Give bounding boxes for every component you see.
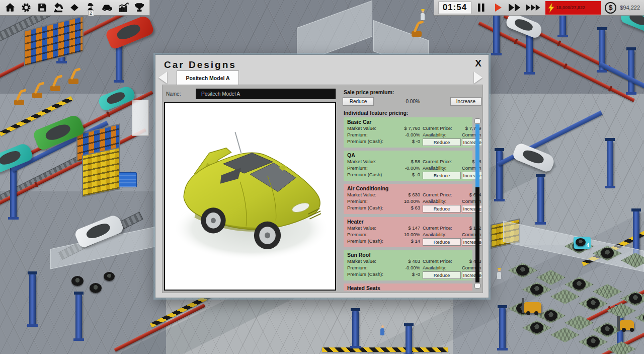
scroll-track-filled[interactable]: [475, 124, 479, 187]
play-button[interactable]: [492, 2, 505, 14]
car-preview: [164, 102, 336, 291]
design-name-input[interactable]: [196, 89, 336, 99]
market-value: $ 7,760: [394, 125, 422, 132]
worker: [497, 272, 501, 279]
market-value: $ 58: [394, 159, 422, 165]
glass-panel: [132, 100, 149, 136]
feature-card-basic-car: Basic Car Market Value:$ 7,760 Current P…: [344, 117, 472, 148]
scroll-track-empty[interactable]: [475, 187, 479, 282]
robot-arm: [412, 31, 422, 37]
tire: [104, 272, 115, 281]
worker: [380, 328, 384, 335]
fast-forward-button[interactable]: [508, 2, 521, 14]
sale-premium-header: Sale price premium:: [344, 89, 481, 95]
reduce-button[interactable]: Reduce: [423, 238, 461, 246]
tire-pallet: [550, 289, 580, 304]
sale-reduce-button[interactable]: Reduce: [343, 97, 374, 106]
tire: [90, 283, 102, 293]
car-design-tree-icon[interactable]: 2: [84, 1, 98, 14]
support-pillar: [607, 141, 613, 186]
premium-cash: $ 63: [394, 205, 422, 211]
feature-card-heated-seats: Heated Seats Market Value:$ 146 Current …: [344, 284, 472, 291]
hud-bar: 01:54 18,000/27,822 $ $94,222: [434, 0, 644, 16]
scroll-thumb-bottom[interactable]: [474, 283, 480, 289]
forklift: [620, 320, 634, 330]
next-design-arrow[interactable]: [474, 72, 482, 84]
parts-rack-yellow: [82, 147, 120, 197]
power-bolt-icon: [548, 3, 554, 13]
tire: [71, 276, 84, 286]
game-clock: 01:54: [438, 2, 471, 14]
support-pillar: [116, 43, 122, 81]
showroom-diamond-icon[interactable]: [67, 1, 82, 14]
reduce-button[interactable]: Reduce: [423, 271, 461, 279]
tire-pallet: [593, 284, 622, 299]
money-coin-icon: $: [605, 2, 616, 14]
research-microscope-icon[interactable]: [51, 1, 65, 14]
premium-cash: $ 14: [394, 238, 422, 245]
feature-card-qa: QA Market Value:$ 58 Current Price:$ 58 …: [344, 151, 472, 181]
reduce-button[interactable]: Reduce: [423, 172, 461, 179]
tab-positech-model-a[interactable]: Positech Model A: [177, 70, 239, 85]
pricing-panel: Sale price premium: Reduce -0.00% Increa…: [343, 88, 481, 291]
robot-arm: [14, 100, 24, 105]
name-label: Name:: [166, 91, 181, 97]
settings-gear-icon[interactable]: [19, 1, 33, 14]
feature-list-scrollbar[interactable]: [474, 118, 481, 289]
sale-premium-value: -0.00%: [374, 99, 450, 104]
premium-pct: -0.00%: [394, 132, 422, 138]
support-pillar: [352, 311, 359, 346]
tire-icon: [576, 238, 586, 246]
tire-pallet: [607, 303, 636, 318]
support-pillar: [496, 151, 503, 199]
robot-arm: [32, 93, 42, 98]
pause-button[interactable]: [475, 2, 488, 14]
tire-stock-badge[interactable]: 4: [574, 237, 591, 249]
power-usage-value: 18,000/27,822: [556, 5, 586, 10]
tire-pallet: [579, 296, 608, 311]
main-toolbar: 2: [0, 0, 150, 16]
scroll-thumb-top[interactable]: [474, 118, 480, 124]
feature-card-heater: Heater Market Value:$ 147 Current Price:…: [344, 217, 472, 247]
hazard-stripe: [322, 347, 448, 352]
achievements-trophy-icon[interactable]: [132, 1, 146, 14]
reduce-button[interactable]: Reduce: [423, 138, 461, 146]
premium-cash: $ -0: [394, 172, 422, 178]
premium-cash: $ -0: [394, 138, 422, 145]
stats-chart-icon[interactable]: [116, 1, 130, 14]
support-pillar: [75, 295, 82, 339]
market-value: $ 147: [394, 225, 422, 232]
fastest-forward-button[interactable]: [525, 2, 542, 14]
power-usage-meter[interactable]: 18,000/27,822: [545, 1, 602, 15]
car-designs-dialog: Car Designs X Positech Model A Name:: [155, 54, 489, 298]
support-pillar: [537, 177, 544, 223]
support-pillar: [29, 274, 36, 325]
premium-pct: -0.00%: [394, 265, 422, 271]
premium-pct: 10.00%: [394, 198, 422, 205]
feature-name: Heated Seats: [347, 285, 481, 291]
tire-pallet: [550, 327, 580, 342]
market-value: $ 403: [394, 258, 422, 265]
support-pillar: [493, 13, 500, 53]
premium-cash: $ -0: [394, 271, 422, 278]
game-screen: 4 2 01:54 18,000/27,822 $ $94,222 Car De…: [0, 0, 644, 354]
design-count-badge: 2: [88, 10, 94, 16]
car-render: [165, 103, 335, 290]
market-value: $ 630: [394, 192, 422, 198]
feature-card-air-conditioning: Air Conditioning Market Value:$ 630 Curr…: [344, 184, 472, 214]
prev-design-arrow[interactable]: [158, 72, 167, 84]
premium-pct: -0.00%: [394, 165, 422, 172]
tire-pallet: [635, 310, 644, 325]
reduce-button[interactable]: Reduce: [423, 205, 461, 213]
feature-card-sun-roof: Sun Roof Market Value:$ 403 Current Pric…: [344, 250, 472, 280]
robot-arm: [50, 86, 60, 91]
support-pillar: [628, 50, 634, 93]
cash-balance: $94,222: [620, 5, 640, 11]
tire-pallet: [522, 320, 551, 335]
home-icon[interactable]: [3, 1, 17, 14]
sale-increase-button[interactable]: Increase: [450, 97, 481, 106]
storage-bin: [119, 172, 137, 187]
save-icon[interactable]: [35, 1, 49, 14]
close-icon[interactable]: X: [475, 58, 481, 69]
vehicles-car-icon[interactable]: [100, 1, 114, 14]
